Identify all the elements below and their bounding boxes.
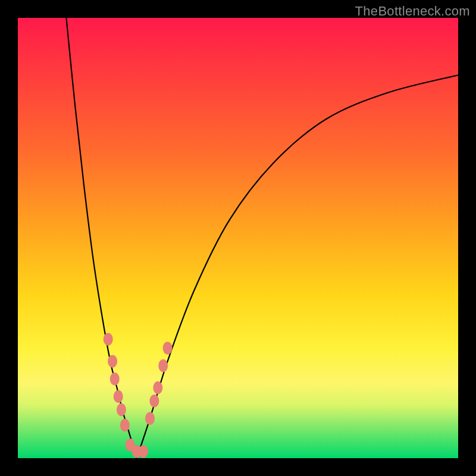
- marker-group: [104, 333, 173, 458]
- data-marker: [110, 372, 120, 386]
- plot-area: [18, 18, 458, 458]
- watermark-text: TheBottleneck.com: [355, 4, 470, 19]
- data-marker: [120, 419, 130, 432]
- data-marker: [139, 445, 148, 458]
- data-marker: [158, 359, 168, 372]
- curve-right: [137, 75, 458, 458]
- data-marker: [117, 403, 126, 416]
- data-marker: [114, 390, 123, 403]
- data-marker: [145, 412, 155, 425]
- curve-left: [66, 18, 136, 458]
- data-marker: [108, 355, 117, 368]
- chart-frame: TheBottleneck.com: [0, 0, 476, 476]
- data-marker: [153, 381, 162, 394]
- data-marker: [149, 394, 159, 408]
- data-marker: [104, 333, 113, 346]
- data-marker: [163, 342, 173, 355]
- chart-svg: [18, 18, 458, 458]
